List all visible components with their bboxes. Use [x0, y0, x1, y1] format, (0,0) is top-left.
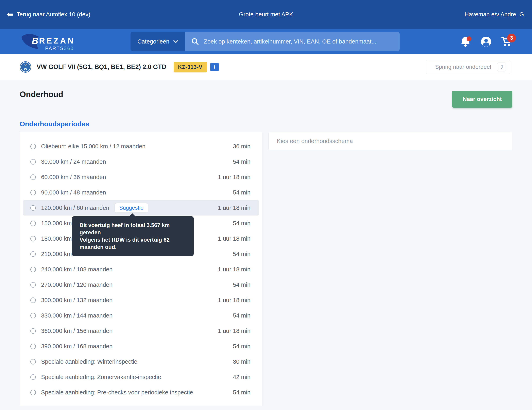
period-label: 90.000 km / 48 maanden	[41, 189, 106, 196]
period-radio[interactable]	[30, 282, 36, 287]
account-button[interactable]	[481, 36, 491, 47]
period-row[interactable]: 360.000 km / 156 maanden 1 uur 18 min	[23, 323, 259, 339]
search-icon	[191, 38, 199, 45]
jump-to-part-button[interactable]: Spring naar onderdeel J	[426, 60, 510, 74]
period-radio[interactable]	[30, 267, 36, 272]
back-label: Terug naar Autoflex 10 (dev)	[17, 11, 90, 18]
period-label: 30.000 km / 24 maanden	[41, 158, 106, 165]
cart-count-badge: 3	[507, 34, 516, 42]
period-radio[interactable]	[30, 374, 36, 380]
period-row[interactable]: 30.000 km / 24 maanden 54 min	[23, 154, 259, 169]
period-radio[interactable]	[30, 144, 36, 149]
schema-placeholder: Kies een onderhoudsschema	[277, 138, 353, 144]
period-duration: 1 uur 18 min	[218, 174, 250, 181]
notifications-button[interactable]	[460, 36, 471, 47]
vehicle-bar: V W VW GOLF VII (5G1, BQ1, BE1, BE2) 2.0…	[0, 54, 532, 80]
period-label: 60.000 km / 36 maanden	[41, 174, 106, 181]
period-duration: 54 min	[233, 312, 250, 319]
content-row: Oliebeurt: elke 15.000 km / 12 maanden 3…	[20, 132, 512, 406]
period-label: 270.000 km / 120 maanden	[41, 282, 113, 288]
period-row[interactable]: 120.000 km / 60 maanden Suggestie 1 uur …	[23, 200, 259, 216]
overview-button[interactable]: Naar overzicht	[452, 91, 512, 108]
period-duration: 54 min	[233, 282, 250, 288]
tooltip-line-1: Dit voertuig heef in totaal 3.567 km ger…	[79, 222, 186, 236]
period-label: 300.000 km / 132 maanden	[41, 297, 113, 304]
period-radio[interactable]	[30, 344, 36, 349]
period-label: Oliebeurt: elke 15.000 km / 12 maanden	[41, 143, 145, 150]
period-duration: 36 min	[233, 143, 250, 150]
period-row[interactable]: 390.000 km / 168 maanden 54 min	[23, 339, 259, 354]
jump-to-part-label: Spring naar onderdeel	[435, 64, 491, 70]
topbar: Terug naar Autoflex 10 (dev) Grote beurt…	[0, 0, 532, 29]
period-radio[interactable]	[30, 220, 36, 226]
period-radio[interactable]	[30, 390, 36, 395]
period-label: 120.000 km / 60 maanden	[41, 205, 109, 211]
customer-name[interactable]: Haveman e/v Andre, G.	[293, 11, 525, 18]
period-duration: 1 uur 18 min	[218, 297, 250, 304]
period-label: 390.000 km / 168 maanden	[41, 343, 113, 350]
period-duration: 54 min	[233, 343, 250, 350]
suggestion-badge-wrap[interactable]: Suggestie	[114, 203, 148, 213]
period-label: 240.000 km / 108 maanden	[41, 266, 113, 273]
categories-button[interactable]: Categorieën	[131, 32, 185, 51]
period-radio[interactable]	[30, 236, 36, 241]
period-row[interactable]: Speciale aanbieding: Pre-checks voor per…	[23, 385, 259, 400]
period-row[interactable]: Oliebeurt: elke 15.000 km / 12 maanden 3…	[23, 139, 259, 154]
order-title: Grote beurt met APK	[239, 11, 293, 18]
chevron-down-icon	[173, 40, 178, 43]
categories-label: Categorieën	[137, 38, 169, 45]
period-radio[interactable]	[30, 313, 36, 318]
period-row[interactable]: Speciale aanbieding: Zomervakantie-inspe…	[23, 369, 259, 385]
period-row[interactable]: 330.000 km / 144 maanden 54 min	[23, 308, 259, 323]
svg-text:PARTS360: PARTS360	[45, 46, 74, 51]
user-icon	[481, 36, 491, 47]
cart-button[interactable]: 3	[502, 36, 512, 47]
period-label: 360.000 km / 156 maanden	[41, 328, 113, 334]
period-radio[interactable]	[30, 328, 36, 334]
navbar: B REZAN PARTS360 Categorieën	[0, 29, 532, 54]
period-radio[interactable]	[30, 159, 36, 164]
brezan-logo[interactable]: B REZAN PARTS360	[19, 30, 78, 53]
section-title: Onderhoudsperiodes	[20, 120, 512, 128]
vehicle-title: VW GOLF VII (5G1, BQ1, BE1, BE2) 2.0 GTD	[37, 63, 166, 71]
period-row[interactable]: Speciale aanbieding: Winterinspectie 30 …	[23, 354, 259, 369]
search-group: Categorieën	[131, 32, 400, 51]
period-radio[interactable]	[30, 359, 36, 364]
period-duration: 54 min	[233, 389, 250, 396]
nav-icons: 3	[460, 29, 512, 54]
period-duration: 54 min	[233, 251, 250, 257]
tooltip-line-2: Volgens het RDW is dit voertuig 62 maand…	[79, 236, 186, 251]
back-link[interactable]: Terug naar Autoflex 10 (dev)	[7, 11, 239, 18]
period-duration: 1 uur 18 min	[218, 328, 250, 334]
shortcut-key-badge: J	[497, 63, 506, 71]
search-box	[185, 32, 400, 51]
period-duration: 54 min	[233, 158, 250, 165]
period-duration: 54 min	[233, 189, 250, 196]
search-input[interactable]	[204, 38, 394, 45]
period-row[interactable]: 90.000 km / 48 maanden 54 min	[23, 185, 259, 200]
period-radio[interactable]	[30, 190, 36, 195]
period-label: Speciale aanbieding: Zomervakantie-inspe…	[41, 374, 161, 381]
vehicle-info-button[interactable]: i	[210, 63, 219, 71]
period-radio[interactable]	[30, 297, 36, 303]
svg-text:W: W	[24, 67, 27, 71]
period-radio[interactable]	[30, 174, 36, 180]
maintenance-periods-card: Oliebeurt: elke 15.000 km / 12 maanden 3…	[20, 132, 262, 406]
period-label: 330.000 km / 144 maanden	[41, 312, 113, 319]
period-row[interactable]: 60.000 km / 36 maanden 1 uur 18 min	[23, 169, 259, 185]
main-content: Onderhoud Naar overzicht Onderhoudsperio…	[0, 80, 532, 406]
license-plate-badge: KZ-313-V	[174, 62, 207, 72]
page-title: Onderhoud	[20, 90, 512, 99]
maintenance-schema-select[interactable]: Kies een onderhoudsschema	[268, 132, 512, 150]
svg-text:REZAN: REZAN	[39, 36, 75, 45]
back-arrow-icon	[7, 11, 13, 18]
period-radio[interactable]	[30, 205, 36, 211]
period-row[interactable]: 240.000 km / 108 maanden 1 uur 18 min	[23, 262, 259, 277]
svg-text:B: B	[32, 36, 38, 46]
period-radio[interactable]	[30, 251, 36, 257]
period-row[interactable]: 270.000 km / 120 maanden 54 min	[23, 277, 259, 292]
period-label: Speciale aanbieding: Winterinspectie	[41, 358, 137, 365]
period-row[interactable]: 300.000 km / 132 maanden 1 uur 18 min	[23, 292, 259, 308]
period-duration: 1 uur 18 min	[218, 235, 250, 242]
period-duration: 30 min	[233, 358, 250, 365]
